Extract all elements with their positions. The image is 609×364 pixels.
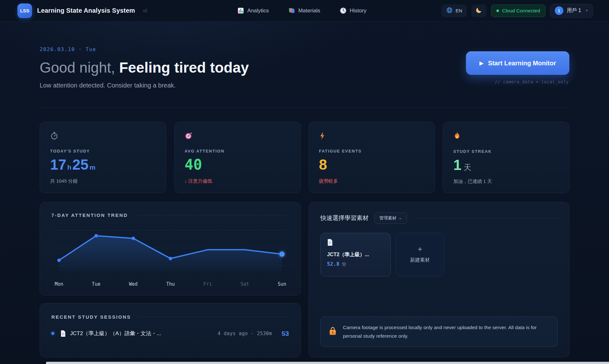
target-icon bbox=[185, 135, 193, 141]
privacy-notice: Camera footage is processed locally only… bbox=[320, 316, 558, 347]
user-name: 用戶 1 bbox=[567, 7, 581, 14]
session-name: JCT2（準上級）（A）語彙・文法・... bbox=[70, 330, 161, 337]
books-icon bbox=[288, 7, 295, 14]
app-logo: LSS bbox=[17, 3, 32, 18]
title-divider bbox=[139, 317, 289, 317]
user-menu[interactable]: 1 用戶 1 ▼ bbox=[550, 4, 593, 18]
attention-trend-chart: MonTueWedThuFriSatSun bbox=[51, 222, 290, 289]
stopwatch-icon bbox=[50, 135, 58, 141]
material-score-unit: 分 bbox=[342, 261, 346, 267]
stat-label: FATIGUE EVENTS bbox=[319, 149, 425, 153]
theme-toggle[interactable] bbox=[471, 4, 487, 17]
svg-text:Fri: Fri bbox=[203, 281, 212, 287]
nav-tab-label: Analytics bbox=[247, 8, 269, 14]
nav-tab-label: History bbox=[350, 8, 366, 14]
material-name: JCT2（準上級）... bbox=[327, 251, 384, 258]
minutes-unit: m bbox=[89, 164, 95, 171]
stat-subtext: ↓ 注意力偏低 bbox=[185, 178, 290, 184]
cloud-status-label: Cloud Connected bbox=[502, 8, 540, 14]
bullet-dot-icon bbox=[51, 332, 54, 335]
session-meta: 4 days ago · 2530m bbox=[218, 331, 272, 336]
nav-tab-analytics[interactable]: Analytics bbox=[237, 7, 269, 14]
privacy-code-comment: // camera_data = local_only bbox=[495, 79, 569, 84]
stat-value: 1天 bbox=[453, 156, 559, 173]
svg-text:Sun: Sun bbox=[278, 281, 286, 287]
materials-heading: 快速選擇學習素材 bbox=[320, 214, 369, 222]
document-icon bbox=[60, 330, 66, 337]
bar-chart-icon bbox=[237, 7, 244, 14]
document-icon bbox=[327, 242, 333, 247]
status-dot-icon bbox=[496, 10, 499, 12]
app-brand[interactable]: LSS Learning State Analysis System v2 bbox=[17, 3, 147, 18]
greeting-status: Feeling tired today bbox=[119, 59, 249, 76]
start-monitor-button[interactable]: ▶ Start Learning Monitor bbox=[466, 51, 569, 75]
nav-tab-label: Materials bbox=[298, 8, 320, 14]
stat-card-avg-attention: AVG ATTENTION 40 ↓ 注意力偏低 bbox=[174, 122, 301, 193]
globe-icon bbox=[446, 7, 453, 14]
nav-tab-materials[interactable]: Materials bbox=[288, 7, 320, 14]
session-score: 53 bbox=[282, 330, 289, 337]
fire-icon bbox=[453, 136, 461, 141]
stat-value: 40 bbox=[185, 156, 290, 173]
manage-materials-button[interactable]: 管理素材 → bbox=[374, 212, 407, 224]
stat-label: TODAY'S STUDY bbox=[50, 149, 156, 153]
hours-unit: h bbox=[67, 164, 71, 171]
chart-title: 7-DAY ATTENTION TREND bbox=[51, 212, 128, 218]
app-title: Learning State Analysis System bbox=[37, 7, 135, 14]
stat-card-fatigue-events: FATIGUE EVENTS 8 疲勞較多 bbox=[309, 122, 435, 193]
greeting-prefix: Good night, bbox=[40, 59, 115, 76]
language-label: EN bbox=[455, 8, 462, 13]
stat-subtext: 疲勞較多 bbox=[319, 178, 425, 184]
stat-label: AVG ATTENTION bbox=[185, 149, 290, 153]
stat-value: 17h25m bbox=[50, 156, 156, 173]
attention-trend-panel: 7-DAY ATTENTION TREND MonTueWedThuFriSat… bbox=[40, 202, 301, 296]
materials-panel: 快速選擇學習素材 管理素材 → JCT2（準上級）... 52.8 分 + bbox=[309, 202, 569, 357]
greeting-subtitle: Low attention detected. Consider taking … bbox=[40, 82, 569, 89]
stat-subtext: 共 1045 分鐘 bbox=[50, 178, 156, 184]
nav-tab-history[interactable]: History bbox=[340, 7, 366, 14]
material-card[interactable]: JCT2（準上級）... 52.8 分 bbox=[320, 233, 391, 276]
app-version: v2 bbox=[143, 8, 147, 13]
play-icon: ▶ bbox=[479, 60, 483, 67]
svg-text:Mon: Mon bbox=[55, 281, 63, 287]
svg-text:Thu: Thu bbox=[166, 281, 175, 287]
streak-unit: 天 bbox=[464, 162, 471, 172]
stat-label: STUDY STREAK bbox=[453, 149, 559, 154]
language-switcher[interactable]: EN bbox=[442, 4, 467, 17]
stat-value: 8 bbox=[319, 156, 425, 173]
stat-card-study-streak: STUDY STREAK 1天 加油，已連續 1 天 bbox=[443, 122, 569, 193]
svg-text:Tue: Tue bbox=[92, 281, 101, 287]
study-minutes: 25 bbox=[72, 156, 88, 173]
material-score: 52.8 bbox=[327, 261, 339, 267]
lightning-icon bbox=[319, 135, 326, 141]
clock-icon bbox=[340, 7, 346, 14]
stat-subtext: 加油，已連續 1 天 bbox=[453, 179, 559, 185]
cloud-status-badge[interactable]: Cloud Connected bbox=[491, 4, 546, 17]
user-avatar: 1 bbox=[555, 6, 563, 15]
section-divider bbox=[40, 107, 569, 108]
session-list-item[interactable]: JCT2（準上級）（A）語彙・文法・... 4 days ago · 2530m… bbox=[51, 330, 289, 337]
new-material-label: 新建素材 bbox=[410, 257, 430, 263]
top-navbar: LSS Learning State Analysis System v2 An… bbox=[0, 0, 609, 22]
chevron-down-icon: ▼ bbox=[585, 9, 588, 12]
streak-days: 1 bbox=[453, 156, 462, 173]
stats-row: TODAY'S STUDY 17h25m 共 1045 分鐘 AVG ATTEN… bbox=[40, 122, 569, 193]
hero-section: 2026.03.10 · Tue Good night, Feeling tir… bbox=[40, 46, 569, 108]
stat-card-todays-study: TODAY'S STUDY 17h25m 共 1045 分鐘 bbox=[40, 122, 166, 193]
recent-sessions-panel: RECENT STUDY SESSIONS JCT2（準上級）（A）語彙・文法・… bbox=[40, 303, 301, 357]
title-divider bbox=[414, 218, 558, 218]
new-material-button[interactable]: + 新建素材 bbox=[396, 233, 444, 276]
start-monitor-label: Start Learning Monitor bbox=[488, 60, 556, 67]
title-divider bbox=[136, 215, 289, 215]
plus-icon: + bbox=[418, 245, 422, 253]
sessions-title: RECENT STUDY SESSIONS bbox=[51, 314, 131, 320]
nav-right-group: EN Cloud Connected 1 用戶 1 ▼ bbox=[442, 4, 593, 18]
study-hours: 17 bbox=[50, 156, 66, 173]
svg-text:Wed: Wed bbox=[129, 281, 138, 287]
bottom-edge-strip bbox=[46, 362, 609, 364]
svg-text:Sat: Sat bbox=[240, 281, 249, 287]
nav-links: Analytics Materials History bbox=[237, 7, 366, 14]
privacy-notice-text: Camera footage is processed locally only… bbox=[343, 323, 549, 340]
moon-icon bbox=[475, 7, 482, 15]
lock-icon bbox=[329, 326, 337, 337]
